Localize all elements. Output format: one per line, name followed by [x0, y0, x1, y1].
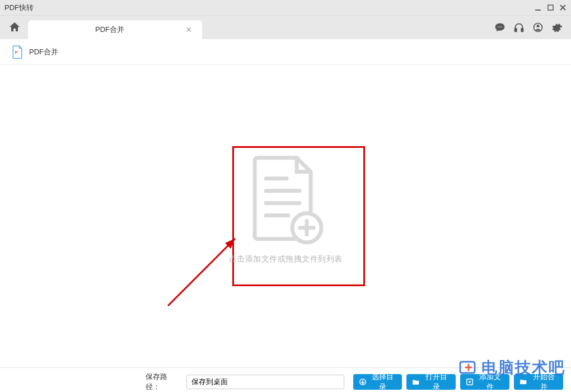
close-button[interactable] — [559, 4, 567, 12]
open-dir-button[interactable]: 打开目录 — [406, 374, 456, 390]
start-merge-button[interactable]: 开始合并 — [514, 374, 563, 390]
add-file-icon — [246, 155, 325, 245]
svg-line-16 — [168, 239, 235, 306]
svg-rect-5 — [521, 29, 523, 32]
window-title: PDF快转 — [4, 3, 34, 13]
svg-rect-4 — [515, 29, 517, 32]
tab-label: PDF合并 — [95, 25, 124, 35]
subheader-label: PDF合并 — [29, 47, 58, 57]
svg-point-7 — [537, 25, 540, 27]
user-icon[interactable] — [532, 21, 544, 34]
svg-text:P: P — [15, 50, 18, 54]
add-file-button[interactable]: 添加文件 — [460, 374, 509, 390]
home-button[interactable] — [4, 17, 25, 38]
save-path-input[interactable] — [186, 375, 344, 389]
maximize-button[interactable] — [546, 4, 554, 12]
annotation-arrow — [162, 233, 252, 311]
tab-close-button[interactable]: × — [186, 25, 192, 35]
select-dir-button[interactable]: 选择目录 — [353, 374, 402, 390]
svg-rect-1 — [548, 5, 553, 10]
chat-icon[interactable] — [494, 21, 506, 34]
pdf-file-icon: P — [11, 45, 24, 59]
gear-icon[interactable] — [551, 21, 563, 34]
main-area: 点击添加文件或拖拽文件到列表 — [0, 65, 571, 367]
tab-pdf-merge[interactable]: PDF合并 × — [28, 20, 202, 39]
headphones-icon[interactable] — [513, 21, 525, 34]
minimize-button[interactable] — [534, 4, 542, 12]
save-path-label: 保存路径： — [146, 372, 181, 392]
